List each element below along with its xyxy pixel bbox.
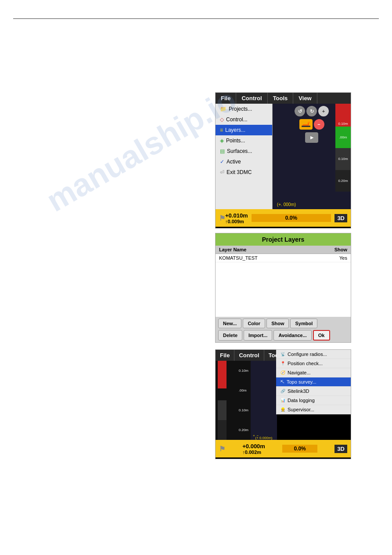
sc3-left-panel: 0.10m .00m 0.10m 0.20m xyxy=(216,361,251,440)
sc1-btn-plus[interactable]: + xyxy=(318,106,329,116)
sc1-item-control[interactable]: ◇ Control... xyxy=(216,114,272,125)
sc1-controls: ↺ ↻ + − ▶ xyxy=(292,104,331,145)
sc3-menu-file[interactable]: File xyxy=(216,350,234,361)
sc2-btn-import[interactable]: Import... xyxy=(244,330,272,341)
sc1-scale-bar: 0.10m .00m 0.10m 0.20m xyxy=(335,104,351,192)
sc1-item-exit[interactable]: ⏎ Exit 3DMC xyxy=(216,167,272,178)
screenshot-1: File Control Tools View 📁 Projects... ◇ … xyxy=(215,92,351,229)
sc1-offset-label: (+. 000m) xyxy=(277,202,296,207)
svg-rect-3 xyxy=(308,122,310,123)
sc3-values: +0.000m ↑0.002m xyxy=(242,443,265,455)
sc2-title: Project Layers xyxy=(216,233,351,246)
sc3-bottom-bar: ⚑ +0.000m ↑0.002m 0.0% 3D xyxy=(216,440,351,457)
sc1-btn-arrow[interactable]: ▶ xyxy=(305,132,318,143)
sc3-value2: ↑0.002m xyxy=(242,450,265,455)
sc3-item-position[interactable]: 📍 Position check... xyxy=(276,359,351,368)
sc1-btn-minus[interactable]: − xyxy=(314,119,324,130)
sc2-btn-color[interactable]: Color xyxy=(243,319,265,328)
sc3-3d-badge: 3D xyxy=(334,445,347,453)
sc3-navigate-icon: 🧭 xyxy=(281,370,285,375)
sc2-row1-show: Yes xyxy=(325,255,347,261)
sc1-btn-rotate-left[interactable]: ↺ xyxy=(295,106,305,116)
sc1-item-layers[interactable]: ≡ Layers... xyxy=(216,125,272,135)
sc3-mini-map: +− (+ 0.000m) xyxy=(251,361,277,440)
sc1-menu-control[interactable]: Control xyxy=(236,93,267,104)
sc1-menu-file[interactable]: File xyxy=(216,93,236,104)
sc1-flag-icon: ⚑ xyxy=(219,214,225,222)
sc3-flag-icon: ⚑ xyxy=(219,445,225,453)
sc2-table-area: KOMATSU_TEST Yes xyxy=(216,254,351,286)
sc2-btn-ok[interactable]: Ok xyxy=(313,330,330,341)
sc1-bottom-bar: ⚑ +0.010m ↑0.009m 0.0% 3D xyxy=(216,209,351,227)
sc1-menu-bar: File Control Tools View xyxy=(216,93,351,104)
sc1-item-projects[interactable]: 📁 Projects... xyxy=(216,104,272,114)
sc2-col-name: Layer Name xyxy=(219,247,325,252)
sc3-offset: (+ 0.000m) xyxy=(251,436,277,440)
sc3-position-icon: 📍 xyxy=(281,361,285,366)
sc1-value2: ↑0.009m xyxy=(225,219,248,224)
sc2-btn-delete[interactable]: Delete xyxy=(218,330,242,341)
sc3-item-supervisor[interactable]: 👷 Supervisor... xyxy=(276,405,351,414)
sc3-data-icon: 📊 xyxy=(281,398,285,403)
sc2-btn-new[interactable]: New... xyxy=(218,319,241,328)
sc3-item-sitelink[interactable]: 🔗 Sitelink3D xyxy=(276,387,351,396)
sc1-value1: +0.010m xyxy=(225,212,248,219)
sc3-sitelink-icon: 🔗 xyxy=(281,389,285,393)
sc3-radio-icon: 📡 xyxy=(281,352,285,356)
sc1-body: 📁 Projects... ◇ Control... ≡ Layers... ◈… xyxy=(216,104,351,209)
sc3-progress: 0.0% xyxy=(282,445,317,453)
sc2-btn-avoidance[interactable]: Avoidance... xyxy=(273,330,311,341)
sc1-values: +0.010m ↑0.009m xyxy=(225,212,248,224)
sc2-row-1[interactable]: KOMATSU_TEST Yes xyxy=(216,254,351,262)
sc1-dropdown: 📁 Projects... ◇ Control... ≡ Layers... ◈… xyxy=(216,104,273,209)
watermark: manualship.io xyxy=(40,81,242,218)
sc1-btn-excavator xyxy=(299,119,313,130)
top-rule xyxy=(13,18,379,19)
sc2-btn-symbol[interactable]: Symbol xyxy=(290,319,317,328)
sc3-item-radios[interactable]: 📡 Configure radios... xyxy=(276,350,351,359)
screenshot-3: File Control Tools View 0.10m .00m 0.10m… xyxy=(215,349,351,459)
sc2-col-show: Show xyxy=(325,247,347,252)
sc1-progress: 0.0% xyxy=(252,214,331,222)
sc2-table-header: Layer Name Show xyxy=(216,246,351,254)
sc3-menu-control[interactable]: Control xyxy=(234,350,264,361)
sc1-3d-badge: 3D xyxy=(334,214,347,222)
sc1-right-panel: ↺ ↻ + − ▶ xyxy=(273,104,351,209)
sc3-item-topo[interactable]: ⛏ Topo survey... xyxy=(276,377,351,387)
sc2-buttons-row2: Delete Import... Avoidance... Ok xyxy=(216,330,351,342)
sc1-menu-view[interactable]: View xyxy=(293,93,317,104)
sc1-btn-rotate-right[interactable]: ↻ xyxy=(306,106,317,116)
screenshot-2: Project Layers Layer Name Show KOMATSU_T… xyxy=(215,233,351,343)
sc1-item-points[interactable]: ◈ Points... xyxy=(216,135,272,146)
sc3-item-data-logging[interactable]: 📊 Data logging xyxy=(276,396,351,405)
sc2-content: Layer Name Show KOMATSU_TEST Yes New... … xyxy=(216,246,351,342)
sc2-empty-space xyxy=(216,286,351,317)
sc3-scale-labels: 0.10m .00m 0.10m 0.20m xyxy=(239,361,248,440)
sc1-item-active[interactable]: ✓ Active xyxy=(216,156,272,167)
sc3-value1: +0.000m xyxy=(242,443,265,450)
sc3-dropdown: 📡 Configure radios... 📍 Position check..… xyxy=(276,350,351,414)
sc3-item-navigate[interactable]: 🧭 Navigate... xyxy=(276,368,351,377)
svg-rect-1 xyxy=(302,126,310,127)
sc2-row1-name: KOMATSU_TEST xyxy=(219,255,325,261)
sc3-supervisor-icon: 👷 xyxy=(281,407,285,412)
sc1-item-surfaces[interactable]: ▤ Surfaces... xyxy=(216,146,272,156)
sc2-btn-show[interactable]: Show xyxy=(266,319,289,328)
sc1-menu-tools[interactable]: Tools xyxy=(268,93,294,104)
sc3-topo-icon: ⛏ xyxy=(281,380,284,384)
sc3-body: 0.10m .00m 0.10m 0.20m +− (+ 0.000m) 📡 C… xyxy=(216,361,351,440)
sc2-buttons-row1: New... Color Show Symbol xyxy=(216,317,351,330)
